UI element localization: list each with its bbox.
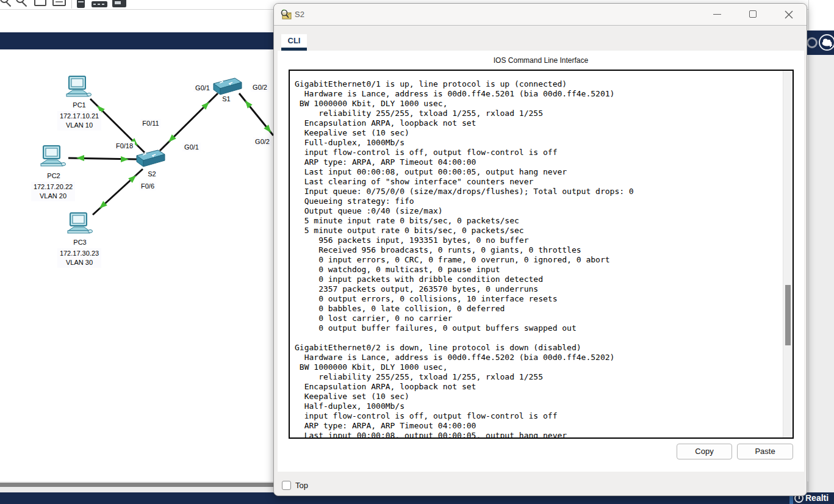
accessory-device-icon[interactable] <box>112 0 126 7</box>
link-status-arrows <box>76 98 273 211</box>
port-label-g0-1-s2: G0/1 <box>182 143 201 151</box>
maximize-button[interactable] <box>743 4 764 25</box>
packet-tracer-screen: PC1 172.17.10.21 VLAN 10 PC2 172.17.20.2… <box>0 0 834 504</box>
dialog-tabbar: CLI <box>274 26 807 51</box>
device-label-pc1: PC1 <box>71 101 87 109</box>
device-label-s2: S2 <box>146 170 157 178</box>
device-pc1[interactable] <box>66 76 92 101</box>
port-label-g0-2-far: G0/2 <box>253 137 271 146</box>
cli-terminal-output: GigabitEthernet0/1 is up, line protocol … <box>290 71 793 439</box>
end-device-icon[interactable] <box>77 0 85 8</box>
right-icon-group <box>804 31 834 55</box>
cli-tab-panel: IOS Command Line Interface GigabitEthern… <box>278 51 804 472</box>
port-label-f0-11: F0/11 <box>140 119 160 128</box>
pc2-ip: 172.17.20.22 <box>34 182 73 192</box>
pc1-ip: 172.17.10.21 <box>60 112 99 121</box>
pc1-vlan: VLAN 10 <box>60 121 99 130</box>
switch-device-icon[interactable] <box>92 1 107 7</box>
cli-panel-title: IOS Command Line Interface <box>278 56 804 65</box>
tab-cli[interactable]: CLI <box>281 34 307 51</box>
notes-icon[interactable] <box>52 0 66 6</box>
terminal-scrollbar-thumb[interactable] <box>785 285 791 345</box>
cli-terminal[interactable]: GigabitEthernet0/1 is up, line protocol … <box>289 70 794 439</box>
device-label-s1: S1 <box>221 95 231 103</box>
dialog-title: S2 <box>295 10 304 19</box>
device-s2[interactable] <box>135 149 166 171</box>
address-label-pc2: 172.17.20.22 VLAN 20 <box>31 182 75 201</box>
device-dialog-s2: S2 CLI IOS Command Line Interface Gigabi… <box>273 3 807 496</box>
device-label-pc3: PC3 <box>72 239 87 246</box>
dialog-titlebar[interactable]: S2 <box>274 4 807 26</box>
select-rectangle-icon[interactable] <box>34 0 46 6</box>
pc2-vlan: VLAN 20 <box>34 192 73 201</box>
address-label-pc1: 172.17.10.21 VLAN 10 <box>57 111 101 131</box>
device-pc2[interactable] <box>40 145 66 171</box>
history-ring-icon[interactable] <box>807 37 818 48</box>
address-label-pc3: 172.17.30.23 VLAN 30 <box>57 248 101 268</box>
pc3-vlan: VLAN 30 <box>60 258 99 267</box>
pc3-ip: 172.17.30.23 <box>60 249 99 258</box>
port-label-f0-18: F0/18 <box>114 142 135 150</box>
close-button[interactable] <box>778 4 799 25</box>
minimize-button[interactable] <box>707 4 728 25</box>
port-label-g0-1-s1: G0/1 <box>193 84 212 92</box>
right-panel-top <box>809 0 834 31</box>
right-panel-strip <box>808 0 834 492</box>
copy-button[interactable]: Copy <box>677 444 732 459</box>
terminal-scrollbar[interactable] <box>783 71 793 437</box>
port-label-g0-2-s1: G0/2 <box>251 83 269 92</box>
top-checkbox[interactable] <box>282 481 291 490</box>
toolbar-separator <box>71 0 72 9</box>
cloud-icon[interactable] <box>819 34 834 51</box>
device-pc3[interactable] <box>67 212 93 238</box>
port-label-f0-6: F0/6 <box>139 182 156 190</box>
paste-button[interactable]: Paste <box>737 444 793 459</box>
top-checkbox-label: Top <box>295 481 308 490</box>
realtime-mode-label[interactable]: Realti <box>805 493 834 503</box>
device-label-pc2: PC2 <box>46 172 61 179</box>
device-dialog-icon <box>280 9 292 23</box>
